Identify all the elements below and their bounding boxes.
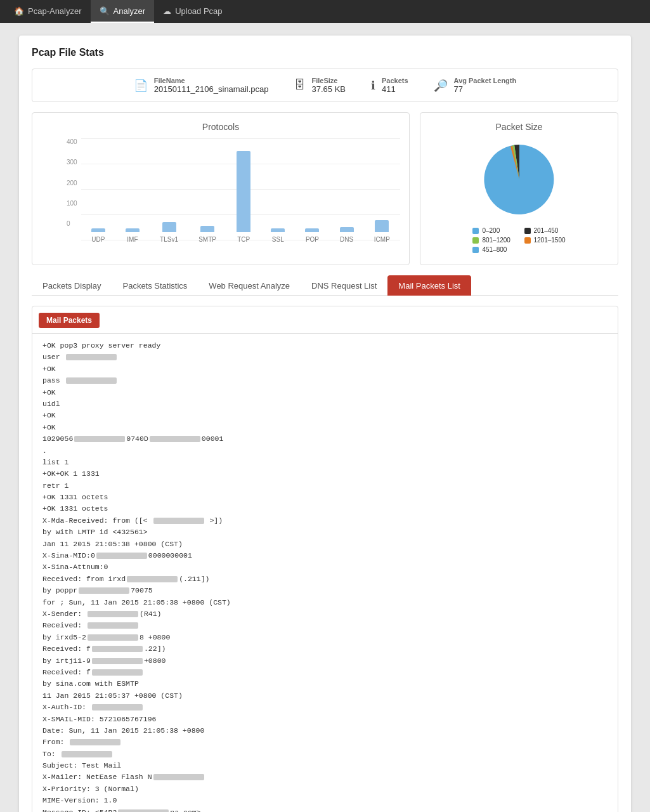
stat-filesize: 🗄 FileSize 37.65 KB: [294, 77, 346, 94]
avglen-value: 77: [454, 84, 517, 94]
legend-801-1200: 801–1200: [472, 237, 514, 244]
mail-line: for ; Sun, 11 Jan 2015 21:05:38 +0800 (C…: [42, 597, 608, 608]
bar-ssl: [271, 228, 285, 232]
mail-line: user: [42, 351, 608, 363]
main-container: Pcap File Stats 📄 FileName 20150111_2106…: [0, 23, 650, 812]
mail-line: +OK pop3 proxy server ready: [42, 340, 608, 351]
packet-size-title: Packet Size: [429, 122, 609, 132]
nav-upload-pcap[interactable]: ☁ Upload Pcap: [154, 0, 231, 23]
mail-line: X-Sina-MID:00000000001: [42, 550, 608, 561]
bar-udp: [91, 228, 105, 232]
blurred-text: [92, 704, 143, 710]
mail-line: MIME-Version: 1.0: [42, 795, 608, 806]
legend-201-450: 201–450: [524, 227, 566, 234]
mail-line: +OK: [42, 410, 608, 421]
blurred-text: [88, 611, 138, 617]
mail-line: by with LMTP id <432561>: [42, 527, 608, 538]
mail-line: +OK+OK 1 1331: [42, 468, 608, 480]
legend-dot-0-200: [472, 228, 479, 234]
nav-label-pcap-analyzer: Pcap-Analyzer: [28, 6, 82, 16]
mail-line: X-SMAIL-MID: 5721065767196: [42, 714, 608, 725]
mail-line: +OK: [42, 363, 608, 375]
tab-dns-request-list[interactable]: DNS Request List: [301, 275, 387, 296]
mail-line: 10290560740D00001: [42, 433, 608, 445]
mail-line: X-Auth-ID:: [42, 702, 608, 713]
mail-line: +OK 1331 octets: [42, 492, 608, 503]
blurred-text: [66, 377, 117, 384]
legend-0-200: 0–200: [472, 227, 514, 234]
blurred-text: [92, 646, 143, 652]
blurred-text: [79, 587, 129, 594]
mail-line: Received:: [42, 620, 608, 631]
stat-avglen: 🔎 Avg Packet Length 77: [434, 77, 517, 94]
mail-line: +OK: [42, 422, 608, 433]
blurred-text: [70, 739, 120, 745]
blurred-text: [88, 634, 138, 641]
protocols-chart-box: Protocols 400 300 200 100 0 Packets: [32, 112, 410, 265]
nav-pcap-analyzer[interactable]: 🏠 Pcap-Analyzer: [5, 0, 91, 23]
charts-row: Protocols 400 300 200 100 0 Packets: [32, 112, 618, 265]
nav-analyzer[interactable]: 🔍 Analyzer: [91, 0, 155, 23]
mail-line: Received: from irxd(.211]): [42, 573, 608, 585]
tab-packets-statistics[interactable]: Packets Statistics: [112, 275, 198, 296]
packets-value: 411: [382, 84, 408, 94]
mail-packets-header: Mail Packets: [39, 313, 100, 328]
mail-line: Received: f.22]): [42, 643, 608, 655]
bar-pop: [305, 228, 319, 232]
db-icon: 🗄: [294, 79, 306, 92]
bar-icmp: [375, 220, 389, 232]
tab-packets-display[interactable]: Packets Display: [32, 275, 112, 296]
page-title: Pcap File Stats: [32, 47, 618, 58]
mail-line: To:: [42, 749, 608, 760]
blurred-text: [88, 622, 138, 629]
mail-line: list 1: [42, 457, 608, 468]
blurred-text: [153, 774, 204, 780]
stat-filename: 📄 FileName 20150111_2106_sinamail.pcap: [134, 77, 269, 94]
filename-label: FileName: [154, 77, 269, 84]
tab-mail-packets-list[interactable]: Mail Packets List: [387, 275, 471, 296]
bar-tcp: [237, 151, 250, 232]
filesize-label: FileSize: [312, 77, 346, 84]
mail-line: Date: Sun, 11 Jan 2015 21:05:38 +0800: [42, 725, 608, 737]
mail-line: by sina.com with ESMTP: [42, 678, 608, 690]
mail-line: X-Sender: (R41): [42, 608, 608, 620]
mail-content: +OK pop3 proxy server readyuser +OKpass …: [32, 333, 618, 812]
avglen-label: Avg Packet Length: [454, 77, 517, 84]
mail-line: 11 Jan 2015 21:05:37 +0800 (CST): [42, 690, 608, 702]
pie-chart-svg: [478, 138, 561, 221]
upload-icon: ☁: [163, 6, 171, 16]
blurred-text: [92, 658, 143, 664]
legend-451-800: 451–800: [472, 246, 514, 253]
filesize-value: 37.65 KB: [312, 84, 346, 94]
info-icon: ℹ: [371, 79, 375, 93]
page-card: Pcap File Stats 📄 FileName 20150111_2106…: [19, 36, 631, 812]
mail-line: by irtj11-9+0800: [42, 655, 608, 667]
top-nav: 🏠 Pcap-Analyzer 🔍 Analyzer ☁ Upload Pcap: [0, 0, 650, 23]
blurred-text: [153, 518, 204, 524]
blurred-text: [62, 751, 112, 757]
mail-line: Jan 11 2015 21:05:38 +0800 (CST): [42, 539, 608, 550]
mail-line: retr 1: [42, 480, 608, 492]
mail-section: Mail Packets +OK pop3 proxy server ready…: [32, 306, 618, 812]
y-axis: 400 300 200 100 0: [67, 138, 77, 240]
mail-line: X-Priority: 3 (Normal): [42, 783, 608, 795]
mail-line: X-Mailer: NetEase Flash N: [42, 771, 608, 783]
tab-web-request-analyze[interactable]: Web Request Analyze: [198, 275, 301, 296]
legend-dot-1201-1500: [524, 237, 531, 244]
pie-legend: 0–200 201–450 801–1200 1201–1500: [472, 227, 565, 253]
mail-line: by poppr70075: [42, 585, 608, 596]
mail-line: From:: [42, 737, 608, 748]
nav-label-upload: Upload Pcap: [175, 6, 222, 16]
legend-dot-451-800: [472, 247, 479, 253]
filename-value: 20150111_2106_sinamail.pcap: [154, 84, 269, 94]
file-icon: 📄: [134, 79, 148, 93]
blurred-text: [118, 809, 169, 812]
bar-imf: [126, 228, 140, 232]
mail-line: Message-ID: <54B2na.com>: [42, 807, 608, 812]
mail-line: +OK: [42, 387, 608, 398]
legend-dot-801-1200: [472, 237, 479, 244]
mail-line: by irxd5-28 +0800: [42, 632, 608, 643]
mail-line: +OK 1331 octets: [42, 503, 608, 514]
blurred-text: [150, 436, 200, 442]
bar-smtp: [200, 226, 214, 232]
